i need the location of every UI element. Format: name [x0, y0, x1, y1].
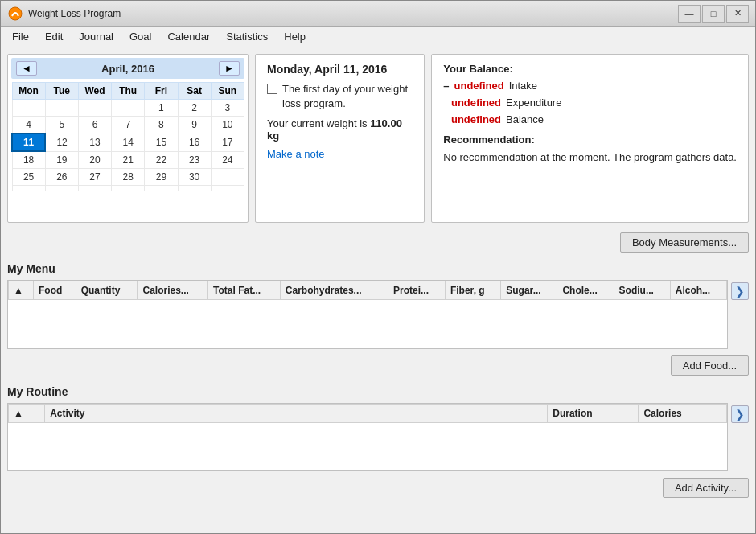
- my-menu-title: My Menu: [7, 262, 749, 275]
- make-note-link[interactable]: Make a note: [267, 148, 413, 160]
- cal-day-28[interactable]: 28: [112, 169, 145, 186]
- first-day-checkbox[interactable]: [267, 84, 277, 94]
- calendar-panel: ◄ April, 2016 ► Mon Tue Wed Thu Fri Sat: [7, 54, 249, 223]
- cal-empty-5-5: [178, 186, 211, 191]
- sort-up-icon: ▲: [14, 285, 23, 296]
- add-food-row: Add Food...: [7, 352, 749, 379]
- cal-empty-5-6: [211, 186, 244, 191]
- my-menu-table-container: ▲ Food Quantity Calories... Total Fat...…: [7, 280, 728, 349]
- cal-empty-5-4: [145, 186, 178, 191]
- window-controls: — □ ✕: [678, 5, 749, 23]
- col-carbs[interactable]: Carbohydrates...: [280, 281, 388, 300]
- cal-empty-0-0: [12, 100, 45, 117]
- routine-empty-row: [9, 422, 727, 470]
- menu-bar: FileEditJournalGoalCalendarStatisticsHel…: [1, 27, 755, 47]
- cal-day-9[interactable]: 9: [178, 117, 211, 134]
- cal-day-10[interactable]: 10: [211, 117, 244, 134]
- cal-empty-5-0: [12, 186, 45, 191]
- current-weight-row: Your current weight is 110.00 kg: [267, 117, 413, 142]
- body-measurements-button[interactable]: Body Measurements...: [620, 232, 749, 253]
- cal-day-13[interactable]: 13: [78, 134, 111, 151]
- cal-header-sun: Sun: [211, 83, 244, 100]
- cal-day-27[interactable]: 27: [78, 169, 111, 186]
- minimize-button[interactable]: —: [678, 5, 701, 23]
- col-food[interactable]: Food: [33, 281, 76, 300]
- info-panel: Monday, April 11, 2016 The first day of …: [255, 54, 425, 223]
- intake-row: – undefined Intake: [443, 80, 737, 92]
- maximize-button[interactable]: □: [702, 5, 725, 23]
- cal-day-30[interactable]: 30: [178, 169, 211, 186]
- cal-day-2[interactable]: 2: [178, 100, 211, 117]
- cal-day-7[interactable]: 7: [112, 117, 145, 134]
- cal-day-6[interactable]: 6: [78, 117, 111, 134]
- balance-value: undefined: [451, 113, 501, 125]
- cal-header-fri: Fri: [145, 83, 178, 100]
- routine-col-calories[interactable]: Calories: [639, 404, 727, 422]
- expenditure-label: Expenditure: [506, 97, 561, 109]
- col-calories[interactable]: Calories...: [138, 281, 208, 300]
- cal-day-20[interactable]: 20: [78, 151, 111, 169]
- col-fiber[interactable]: Fiber, g: [445, 281, 500, 300]
- my-routine-section: My Routine ▲ Activity Duration Calories: [7, 385, 749, 528]
- calendar-prev-button[interactable]: ◄: [16, 61, 37, 76]
- cal-day-4[interactable]: 4: [12, 117, 45, 134]
- calendar-header: ◄ April, 2016 ►: [11, 58, 244, 79]
- cal-day-23[interactable]: 23: [178, 151, 211, 169]
- menu-item-calendar[interactable]: Calendar: [159, 28, 218, 45]
- cal-header-mon: Mon: [12, 83, 45, 100]
- cal-day-26[interactable]: 26: [45, 169, 78, 186]
- first-day-row: The first day of your weight loss progra…: [267, 82, 413, 111]
- col-total-fat[interactable]: Total Fat...: [208, 281, 281, 300]
- cal-empty-0-1: [45, 100, 78, 117]
- col-cholesterol[interactable]: Chole...: [557, 281, 614, 300]
- weight-prefix: Your current weight is: [267, 117, 370, 129]
- cal-day-21[interactable]: 21: [112, 151, 145, 169]
- menu-item-file[interactable]: File: [4, 28, 37, 45]
- my-menu-table: ▲ Food Quantity Calories... Total Fat...…: [8, 281, 727, 348]
- cal-empty-4-6: [211, 169, 244, 186]
- cal-day-29[interactable]: 29: [145, 169, 178, 186]
- routine-col-duration[interactable]: Duration: [548, 404, 639, 422]
- cal-day-14[interactable]: 14: [112, 134, 145, 151]
- col-sugar[interactable]: Sugar...: [501, 281, 557, 300]
- cal-day-12[interactable]: 12: [45, 134, 78, 151]
- add-food-button[interactable]: Add Food...: [671, 355, 749, 376]
- calendar-next-button[interactable]: ►: [219, 61, 240, 76]
- bal-dash: [443, 113, 446, 125]
- cal-header-thu: Thu: [112, 83, 145, 100]
- col-protein[interactable]: Protei...: [388, 281, 445, 300]
- col-alcohol[interactable]: Alcoh...: [670, 281, 726, 300]
- cal-day-3[interactable]: 3: [211, 100, 244, 117]
- col-quantity[interactable]: Quantity: [76, 281, 138, 300]
- my-routine-scroll-right[interactable]: ❯: [731, 405, 749, 423]
- calendar-title: April, 2016: [101, 63, 154, 75]
- menu-item-edit[interactable]: Edit: [37, 28, 71, 45]
- cal-day-19[interactable]: 19: [45, 151, 78, 169]
- cal-day-25[interactable]: 25: [12, 169, 45, 186]
- cal-day-8[interactable]: 8: [145, 117, 178, 134]
- cal-header-wed: Wed: [78, 83, 111, 100]
- intake-value: undefined: [454, 80, 504, 92]
- cal-day-24[interactable]: 24: [211, 151, 244, 169]
- cal-day-16[interactable]: 16: [178, 134, 211, 151]
- cal-day-1[interactable]: 1: [145, 100, 178, 117]
- body-measurements-row: Body Measurements...: [7, 229, 749, 256]
- cal-day-15[interactable]: 15: [145, 134, 178, 151]
- cal-day-5[interactable]: 5: [45, 117, 78, 134]
- cal-day-18[interactable]: 18: [12, 151, 45, 169]
- close-button[interactable]: ✕: [726, 5, 749, 23]
- add-activity-button[interactable]: Add Activity...: [663, 478, 749, 498]
- cal-day-22[interactable]: 22: [145, 151, 178, 169]
- routine-col-activity[interactable]: Activity: [45, 404, 548, 422]
- col-sodium[interactable]: Sodiu...: [614, 281, 670, 300]
- menu-item-help[interactable]: Help: [276, 28, 314, 45]
- menu-item-statistics[interactable]: Statistics: [218, 28, 276, 45]
- balance-title: Your Balance:: [443, 63, 737, 75]
- cal-day-11[interactable]: 11: [12, 134, 45, 151]
- top-section: ◄ April, 2016 ► Mon Tue Wed Thu Fri Sat: [7, 54, 749, 223]
- cal-day-17[interactable]: 17: [211, 134, 244, 151]
- my-menu-scroll-right[interactable]: ❯: [731, 282, 749, 300]
- menu-item-journal[interactable]: Journal: [71, 28, 121, 45]
- main-content: ◄ April, 2016 ► Mon Tue Wed Thu Fri Sat: [1, 47, 755, 533]
- menu-item-goal[interactable]: Goal: [121, 28, 159, 45]
